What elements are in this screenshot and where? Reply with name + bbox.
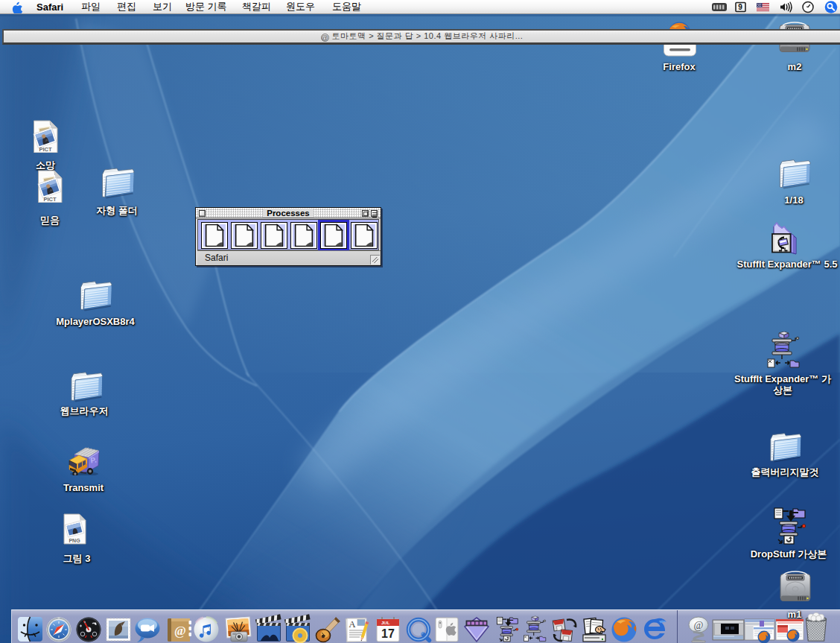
svg-text:@: @ — [694, 620, 704, 631]
svg-text:17: 17 — [381, 627, 395, 640]
svg-text:9: 9 — [738, 3, 742, 11]
svg-text:JUL: JUL — [381, 621, 390, 625]
svg-text:A: A — [349, 618, 356, 630]
svg-text:@: @ — [174, 624, 186, 638]
